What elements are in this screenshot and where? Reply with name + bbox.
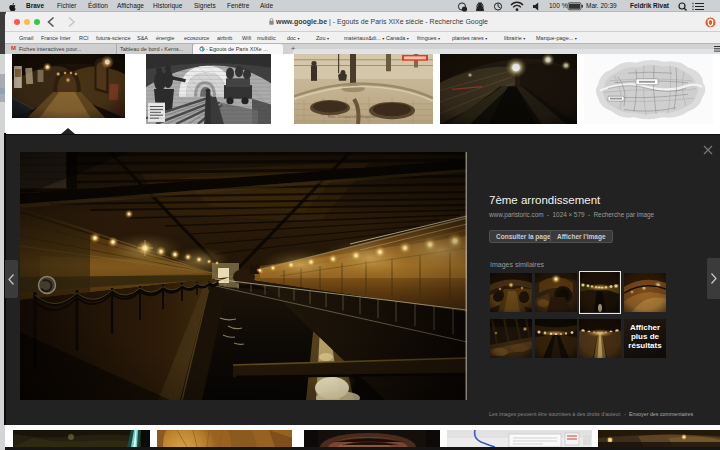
svg-text:Paris - La travaux du Métropol: Paris - La travaux du Métropolitain [328,115,377,119]
